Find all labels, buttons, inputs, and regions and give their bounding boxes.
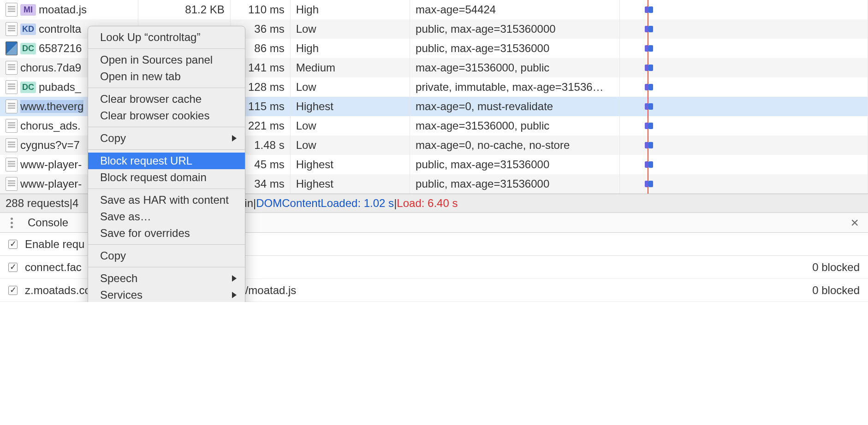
request-name: www-player- — [20, 177, 82, 190]
submenu-arrow-icon — [232, 292, 237, 298]
context-menu-separator — [88, 244, 245, 245]
initiator-tag: KD — [20, 24, 36, 35]
initiator-tag: DC — [20, 43, 36, 54]
waterfall-cell[interactable] — [619, 174, 868, 194]
close-icon[interactable]: × — [846, 215, 863, 230]
request-priority: Medium — [290, 58, 410, 77]
request-size: 81.2 KB — [138, 0, 231, 19]
request-name: moatad.js — [39, 3, 87, 16]
blocked-pattern-checkbox[interactable] — [8, 286, 18, 295]
request-cache-control: public, max-age=31536000 — [410, 174, 620, 194]
context-menu-item[interactable]: Speech — [88, 270, 245, 287]
status-load: Load: 6.40 s — [397, 197, 458, 210]
waterfall-cell[interactable] — [619, 58, 868, 77]
context-menu-item[interactable]: Copy — [88, 130, 245, 147]
request-name: www.theverg — [20, 100, 83, 113]
context-menu-item[interactable]: Clear browser cache — [88, 91, 245, 107]
script-file-icon — [6, 177, 18, 191]
request-priority: High — [290, 39, 410, 58]
context-menu-item[interactable]: Save as HAR with content — [88, 192, 245, 208]
request-priority: Low — [290, 136, 410, 155]
request-cache-control: public, max-age=31536000 — [410, 155, 620, 174]
image-file-icon — [6, 41, 18, 55]
waterfall-cell[interactable] — [619, 19, 868, 39]
context-menu-item[interactable]: Save for overrides — [88, 225, 245, 242]
request-cache-control: public, max-age=31536000 — [410, 39, 620, 58]
context-menu-item[interactable]: Copy — [88, 248, 245, 264]
blocked-count: 0 blocked — [812, 284, 860, 297]
request-priority: Highest — [290, 97, 410, 116]
request-cache-control: max-age=31536000, public — [410, 58, 620, 77]
request-name: controlta — [39, 23, 81, 35]
context-menu-item[interactable]: Clear browser cookies — [88, 107, 245, 124]
submenu-arrow-icon — [232, 135, 237, 142]
initiator-tag: DC — [20, 82, 36, 93]
context-menu-separator — [88, 127, 245, 127]
tab-console[interactable]: Console — [18, 216, 77, 229]
script-file-icon — [6, 61, 18, 75]
waterfall-cell[interactable] — [619, 136, 868, 155]
context-menu-item[interactable]: Look Up “controltag” — [88, 29, 245, 46]
script-file-icon — [6, 3, 18, 17]
context-menu-item[interactable]: Services — [88, 287, 245, 302]
request-cache-control: max-age=0, no-cache, no-store — [410, 136, 620, 155]
request-cache-control: private, immutable, max-age=31536… — [410, 77, 620, 97]
request-time: 110 ms — [230, 0, 290, 19]
waterfall-cell[interactable] — [619, 116, 868, 136]
script-file-icon — [6, 158, 18, 171]
request-cache-control: max-age=54424 — [410, 0, 620, 19]
request-name: chorus_ads. — [20, 119, 81, 132]
waterfall-cell[interactable] — [619, 39, 868, 58]
initiator-tag: MI — [20, 4, 36, 16]
network-row[interactable]: MImoatad.js81.2 KB110 msHighmax-age=5442… — [0, 0, 868, 19]
waterfall-cell[interactable] — [619, 155, 868, 174]
context-menu-item[interactable]: Open in new tab — [88, 68, 245, 85]
request-name: pubads_ — [39, 81, 81, 94]
script-file-icon — [6, 22, 18, 36]
script-file-icon — [6, 80, 18, 94]
context-menu-item[interactable]: Block request domain — [88, 169, 245, 186]
submenu-arrow-icon — [232, 275, 237, 282]
request-name: chorus.7da9 — [20, 61, 81, 74]
context-menu-separator — [88, 88, 245, 88]
waterfall-cell[interactable] — [619, 77, 868, 97]
enable-blocking-label: Enable requ — [25, 238, 84, 251]
request-name: 6587216 — [39, 42, 82, 55]
waterfall-cell[interactable] — [619, 97, 868, 116]
enable-blocking-checkbox[interactable] — [8, 240, 18, 249]
script-file-icon — [6, 138, 18, 152]
context-menu-item[interactable]: Save as… — [88, 208, 245, 225]
request-priority: Low — [290, 116, 410, 136]
blocked-pattern-text: connect.fac — [25, 261, 82, 274]
script-file-icon — [6, 119, 18, 133]
request-cache-control: public, max-age=315360000 — [410, 19, 620, 39]
script-file-icon — [6, 100, 18, 113]
context-menu-separator — [88, 48, 245, 49]
context-menu[interactable]: Look Up “controltag”Open in Sources pane… — [88, 26, 245, 302]
request-name: cygnus?v=7 — [20, 139, 80, 152]
context-menu-item[interactable]: Block request URL — [88, 153, 245, 169]
request-cache-control: max-age=0, must-revalidate — [410, 97, 620, 116]
context-menu-item[interactable]: Open in Sources panel — [88, 52, 245, 68]
context-menu-separator — [88, 149, 245, 150]
status-transferred: 4 — [72, 197, 78, 210]
waterfall-cell[interactable] — [619, 0, 868, 19]
drawer-menu-icon[interactable] — [5, 218, 18, 228]
context-menu-separator — [88, 267, 245, 267]
request-priority: Highest — [290, 155, 410, 174]
request-priority: Highest — [290, 174, 410, 194]
status-requests: 288 requests — [6, 197, 70, 210]
request-priority: Low — [290, 77, 410, 97]
request-cache-control: max-age=31536000, public — [410, 116, 620, 136]
request-priority: Low — [290, 19, 410, 39]
request-priority: High — [290, 0, 410, 19]
request-name: www-player- — [20, 158, 82, 171]
status-dcl: DOMContentLoaded: 1.02 s — [256, 197, 394, 210]
context-menu-separator — [88, 189, 245, 189]
blocked-pattern-checkbox[interactable] — [8, 263, 18, 272]
blocked-count: 0 blocked — [812, 261, 860, 274]
